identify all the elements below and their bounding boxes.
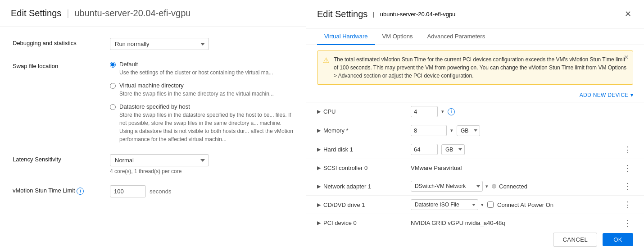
harddisk-unit-select[interactable]: GB MB: [441, 144, 465, 155]
vmotion-row: vMotion Stun Time Limit i seconds: [13, 185, 293, 197]
right-panel-header: Edit Settings | ubuntu-server-20.04-efi-…: [306, 0, 644, 28]
pci0-more-button[interactable]: ⋮: [621, 218, 633, 227]
harddisk-actions: ⋮: [621, 145, 633, 155]
hw-row-memory: ▶ Memory * ▾ GB MB: [306, 121, 644, 140]
vmotion-input[interactable]: [110, 185, 146, 197]
cddvd-dropdown-chevron: ▾: [481, 202, 484, 208]
swap-option-default-content: Default Use the settings of the cluster …: [119, 61, 273, 77]
pci0-value: NVIDIA GRID vGPU nvidia_a40-48q: [411, 220, 618, 226]
scsi-more-button[interactable]: ⋮: [621, 163, 633, 173]
close-button[interactable]: ✕: [623, 8, 633, 20]
cddvd-expand[interactable]: ▶ CD/DVD drive 1: [317, 202, 407, 208]
warning-text: The total estimated vMotion Stun Time fo…: [334, 55, 627, 80]
scsi-actions: ⋮: [621, 163, 633, 173]
cpu-count-input[interactable]: [411, 106, 438, 117]
memory-expand[interactable]: ▶ Memory *: [317, 127, 407, 134]
tab-advanced-parameters[interactable]: Advanced Parameters: [420, 28, 493, 45]
harddisk-label: Hard disk 1: [323, 146, 353, 153]
memory-dropdown-icon: ▾: [450, 128, 453, 133]
swap-option-datastore: Datastore specified by host Store the sw…: [110, 103, 293, 143]
cpu-value: ▾ i: [411, 106, 619, 117]
scsi-text: VMware Paravirtual: [411, 165, 462, 171]
swap-file-row: Swap file location Default Use the setti…: [13, 61, 293, 143]
harddisk-more-button[interactable]: ⋮: [621, 145, 633, 155]
debugging-control: Run normally: [110, 38, 293, 50]
right-title: Edit Settings: [317, 9, 367, 19]
harddisk-expand[interactable]: ▶ Hard disk 1: [317, 146, 407, 153]
latency-control: Normal Low Medium High 4 core(s), 1 thre…: [110, 154, 293, 174]
swap-radio-datastore[interactable]: [110, 104, 116, 110]
right-vm-name: ubuntu-server-20.04-efi-vgpu: [380, 11, 456, 18]
pci0-label: PCI device 0: [323, 220, 357, 226]
network-dropdown-chevron: ▾: [485, 183, 488, 189]
add-device-button[interactable]: ADD NEW DEVICE ▾: [580, 92, 633, 98]
vmotion-control: seconds: [110, 185, 293, 197]
left-panel: Edit Settings | ubuntu-server-20.04-efi-…: [0, 0, 306, 252]
swap-vmdir-label: Virtual machine directory: [119, 82, 274, 89]
cddvd-actions: ⋮: [621, 200, 633, 210]
cpu-expand[interactable]: ▶ CPU: [317, 108, 407, 115]
debugging-label: Debugging and statistics: [13, 38, 103, 46]
swap-option-datastore-content: Datastore specified by host Store the sw…: [119, 103, 293, 143]
right-divider: |: [373, 11, 374, 18]
latency-label: Latency Sensitivity: [13, 154, 103, 163]
cddvd-more-button[interactable]: ⋮: [621, 200, 633, 210]
network-value: DSwitch-VM Network ▾ Connected: [411, 181, 618, 192]
scsi-chevron: ▶: [317, 165, 321, 171]
debugging-select[interactable]: Run normally: [110, 38, 209, 50]
memory-unit-select[interactable]: GB MB: [457, 125, 480, 136]
scsi-label: SCSI controller 0: [323, 165, 367, 171]
add-device-bar: ADD NEW DEVICE ▾: [306, 90, 644, 102]
swap-radio-default[interactable]: [110, 62, 116, 68]
harddisk-input[interactable]: [411, 144, 438, 155]
pci0-text: NVIDIA GRID vGPU nvidia_a40-48q: [411, 220, 505, 226]
tabs-bar: Virtual Hardware VM Options Advanced Par…: [306, 28, 644, 45]
network-more-button[interactable]: ⋮: [621, 181, 633, 191]
network-status: Connected: [492, 183, 527, 190]
swap-option-default: Default Use the settings of the cluster …: [110, 61, 293, 77]
memory-value: ▾ GB MB: [411, 125, 619, 136]
connected-dot: [492, 184, 496, 188]
ok-button[interactable]: OK: [603, 233, 633, 246]
swap-radio-vmdir[interactable]: [110, 83, 116, 89]
network-actions: ⋮: [621, 181, 633, 191]
swap-option-vmdir: Virtual machine directory Store the swap…: [110, 82, 293, 98]
swap-file-control: Default Use the settings of the cluster …: [110, 61, 293, 143]
dialog-footer: CANCEL OK: [306, 227, 644, 252]
network-select[interactable]: DSwitch-VM Network: [411, 181, 483, 192]
cpu-chevron: ▶: [317, 109, 321, 115]
connected-label: Connected: [499, 183, 527, 190]
latency-select[interactable]: Normal Low Medium High: [110, 154, 209, 166]
tab-vm-options[interactable]: VM Options: [375, 28, 420, 45]
warning-close-button[interactable]: ✕: [624, 54, 629, 61]
vmotion-label-text: vMotion Stun Time Limit: [13, 187, 75, 194]
scsi-value: VMware Paravirtual: [411, 165, 618, 171]
vmotion-info-icon[interactable]: i: [77, 188, 84, 195]
scsi-expand[interactable]: ▶ SCSI controller 0: [317, 165, 407, 171]
memory-input[interactable]: [411, 125, 447, 136]
pci0-actions: ⋮: [621, 218, 633, 227]
cancel-button[interactable]: CANCEL: [553, 233, 597, 247]
hw-row-cddvd: ▶ CD/DVD drive 1 Datastore ISO File ▾ Co…: [306, 196, 644, 214]
vmotion-unit: seconds: [150, 188, 171, 195]
cddvd-power-on-label: Connect At Power On: [497, 202, 553, 208]
hardware-table: ▶ CPU ▾ i ▶ Memory * ▾ GB MB: [306, 102, 644, 227]
cpu-info-icon[interactable]: i: [448, 108, 455, 115]
left-divider: |: [67, 8, 69, 18]
cddvd-label: CD/DVD drive 1: [323, 202, 365, 208]
right-header-left: Edit Settings | ubuntu-server-20.04-efi-…: [317, 9, 455, 19]
cddvd-select[interactable]: Datastore ISO File: [411, 199, 478, 210]
pci0-expand[interactable]: ▶ PCI device 0: [317, 220, 407, 226]
latency-row: Latency Sensitivity Normal Low Medium Hi…: [13, 154, 293, 174]
left-title: Edit Settings: [11, 8, 61, 18]
pci0-chevron: ▶: [317, 220, 321, 226]
network-expand[interactable]: ▶ Network adapter 1: [317, 183, 407, 190]
tab-virtual-hardware[interactable]: Virtual Hardware: [317, 28, 375, 45]
cddvd-value: Datastore ISO File ▾ Connect At Power On: [411, 199, 618, 210]
debugging-row: Debugging and statistics Run normally: [13, 38, 293, 50]
left-vm-name: ubuntu-server-20.04-efi-vgpu: [75, 8, 191, 18]
swap-datastore-desc: Store the swap files in the datastore sp…: [119, 111, 293, 143]
harddisk-value: GB MB: [411, 144, 618, 155]
cddvd-power-on-checkbox[interactable]: [487, 202, 494, 208]
add-device-chevron: ▾: [630, 92, 633, 98]
